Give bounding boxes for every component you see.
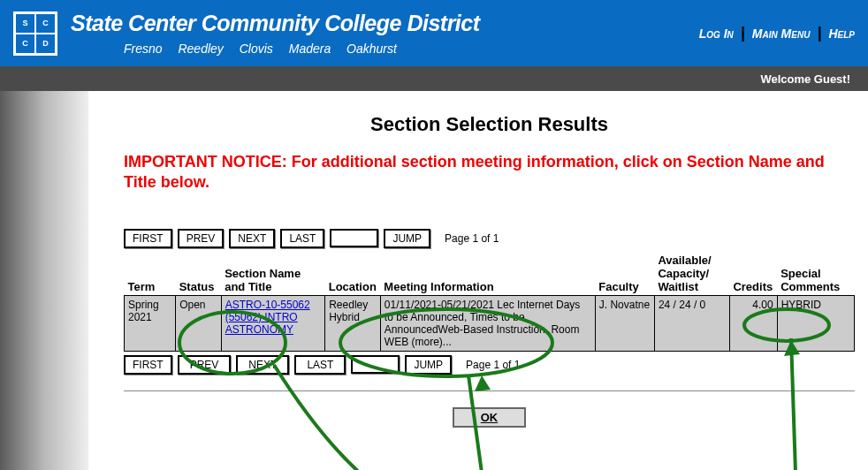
cell-credits: 4.00 <box>729 295 777 351</box>
help-link[interactable]: Help <box>828 27 855 41</box>
cell-avail: 24 / 24 / 0 <box>654 295 729 351</box>
page-indicator-bottom: Page 1 of 1 <box>466 359 520 371</box>
divider <box>124 390 855 391</box>
separator: | <box>741 24 745 42</box>
jump-input-bottom[interactable] <box>351 355 400 374</box>
jump-input[interactable] <box>330 229 378 247</box>
col-meeting: Meeting Information <box>380 252 595 296</box>
results-table: Term Status Section Name and Title Locat… <box>124 252 855 352</box>
col-comments: Special Comments <box>777 252 854 296</box>
district-logo: SC CD <box>13 11 57 56</box>
cell-meeting: 01/11/2021-05/21/2021 Lec Internet Days … <box>380 295 595 351</box>
district-title: State Center Community College District <box>71 11 699 36</box>
col-status: Status <box>176 252 221 296</box>
header-text: State Center Community College District … <box>71 11 699 56</box>
col-credits: Credits <box>729 252 777 296</box>
jump-button-bottom[interactable]: JUMP <box>405 355 452 375</box>
page-indicator: Page 1 of 1 <box>445 232 499 245</box>
col-avail: Available/ Capacity/ Waitlist <box>654 252 729 296</box>
first-button[interactable]: FIRST <box>124 229 172 248</box>
login-link[interactable]: Log In <box>699 27 734 41</box>
table-header-row: Term Status Section Name and Title Locat… <box>125 252 855 296</box>
main-content: Section Selection Results IMPORTANT NOTI… <box>88 91 868 470</box>
welcome-text: Welcome Guest! <box>760 72 850 86</box>
section-link[interactable]: ASTRO-10-55062 (55062) INTRO ASTRONOMY <box>225 299 310 336</box>
cell-comments: HYBRID <box>777 295 854 351</box>
important-notice: IMPORTANT NOTICE: For additional section… <box>124 152 855 193</box>
cell-status: Open <box>176 295 221 351</box>
prev-button-bottom[interactable]: PREV <box>178 355 232 375</box>
page-title: Section Selection Results <box>124 113 855 136</box>
prev-button[interactable]: PREV <box>178 229 225 248</box>
ok-row: OK <box>124 407 855 428</box>
ok-button[interactable]: OK <box>453 407 527 428</box>
col-section: Section Name and Title <box>221 252 325 296</box>
last-button-bottom[interactable]: LAST <box>294 355 346 375</box>
pager-bottom: FIRST PREV NEXT LAST JUMP Page 1 of 1 <box>124 355 855 375</box>
header-bar: SC CD State Center Community College Dis… <box>0 0 868 66</box>
cell-term: Spring 2021 <box>125 295 176 351</box>
welcome-bar: Welcome Guest! <box>0 66 868 91</box>
last-button[interactable]: LAST <box>280 229 324 248</box>
gradient-sidebar <box>0 91 88 470</box>
campus-list: Fresno Reedley Clovis Madera Oakhurst <box>71 42 699 56</box>
first-button-bottom[interactable]: FIRST <box>124 355 172 375</box>
main-menu-link[interactable]: Main Menu <box>752 27 811 41</box>
cell-location: Reedley Hybrid <box>325 295 381 351</box>
col-location: Location <box>325 252 381 296</box>
col-term: Term <box>125 252 176 296</box>
next-button-bottom[interactable]: NEXT <box>236 355 289 375</box>
cell-section: ASTRO-10-55062 (55062) INTRO ASTRONOMY <box>221 295 325 351</box>
col-faculty: Faculty <box>595 252 654 296</box>
svg-marker-3 <box>475 375 491 391</box>
header-links: Log In | Main Menu | Help <box>699 24 855 42</box>
cell-faculty: J. Novatne <box>595 295 654 351</box>
separator: | <box>817 24 821 42</box>
table-row: Spring 2021 Open ASTRO-10-55062 (55062) … <box>125 295 855 351</box>
next-button[interactable]: NEXT <box>229 229 275 248</box>
pager-top: FIRST PREV NEXT LAST JUMP Page 1 of 1 <box>124 229 855 248</box>
jump-button[interactable]: JUMP <box>384 229 430 248</box>
